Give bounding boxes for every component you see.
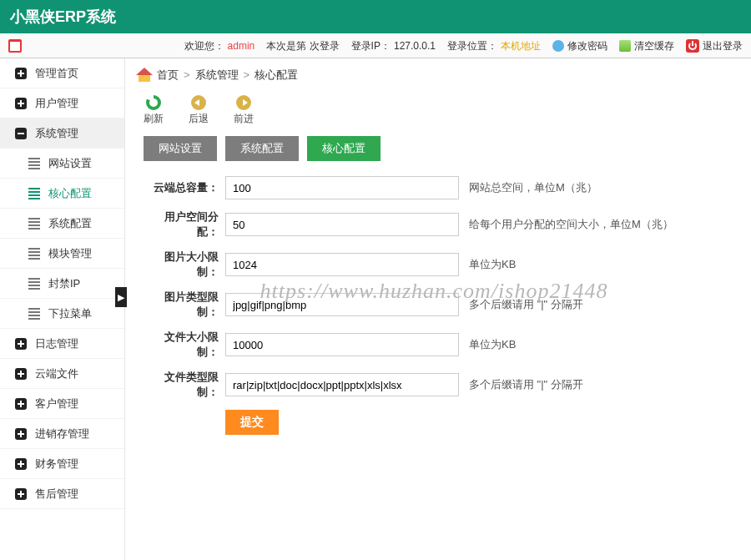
sidebar-item-4[interactable]: 核心配置	[0, 179, 124, 209]
sidebar-item-8[interactable]: 下拉菜单	[0, 299, 124, 329]
sidebar-item-label: 系统配置	[48, 216, 92, 231]
forward-icon	[236, 95, 251, 110]
form-row-0: 云端总容量：网站总空间，单位M（兆）	[144, 176, 733, 199]
sidebar-item-11[interactable]: 客户管理	[0, 389, 124, 419]
form-label: 图片大小限制：	[144, 250, 225, 280]
sidebar-item-label: 网站设置	[48, 156, 92, 171]
plus-icon	[15, 488, 27, 500]
list-icon	[28, 278, 40, 290]
list-icon	[28, 188, 40, 199]
back-icon	[191, 95, 206, 110]
sidebar-item-14[interactable]: 售后管理	[0, 479, 124, 509]
form-input-5[interactable]	[225, 373, 459, 396]
plus-icon	[15, 68, 27, 79]
sidebar-item-label: 下拉菜单	[48, 306, 92, 321]
tab-1[interactable]: 系统配置	[225, 136, 299, 161]
tab-2[interactable]: 核心配置	[307, 136, 381, 161]
welcome-text: 欢迎您：admin	[184, 33, 255, 58]
plus-icon	[15, 98, 27, 109]
form-hint: 单位为KB	[469, 337, 516, 352]
form-input-4[interactable]	[225, 333, 459, 356]
plus-icon	[15, 398, 27, 410]
sidebar-item-label: 系统管理	[35, 126, 78, 141]
breadcrumb: 首页 > 系统管理 > 核心配置	[125, 58, 751, 92]
calendar-icon	[8, 39, 22, 53]
submit-button[interactable]: 提交	[225, 410, 279, 435]
form-row-3: 图片类型限制：多个后缀请用 "|" 分隔开	[144, 290, 733, 320]
sidebar-item-9[interactable]: 日志管理	[0, 329, 124, 359]
recycle-icon	[619, 40, 631, 52]
sidebar-item-5[interactable]: 系统配置	[0, 209, 124, 239]
status-bar: 欢迎您：admin 本次是第 次登录 登录IP：127.0.0.1 登录位置：本…	[0, 33, 751, 58]
form-hint: 网站总空间，单位M（兆）	[469, 180, 597, 195]
tab-bar: 网站设置系统配置核心配置	[125, 136, 751, 176]
form-row-5: 文件类型限制：多个后缀请用 "|" 分隔开	[144, 370, 733, 400]
sidebar-item-label: 核心配置	[48, 186, 92, 201]
breadcrumb-l2: 核心配置	[255, 58, 298, 92]
sidebar-item-label: 日志管理	[35, 336, 78, 351]
home-icon[interactable]	[137, 68, 152, 82]
form-label: 图片类型限制：	[144, 290, 225, 320]
list-icon	[28, 248, 40, 260]
tab-0[interactable]: 网站设置	[144, 136, 217, 161]
change-password-link[interactable]: 修改密码	[552, 33, 607, 58]
sidebar-item-label: 进销存管理	[35, 426, 89, 441]
breadcrumb-home[interactable]: 首页	[157, 58, 179, 92]
sidebar-item-label: 管理首页	[35, 66, 78, 81]
app-title-bar: 小黑侠ERP系统	[0, 0, 751, 33]
form-input-0[interactable]	[225, 176, 459, 199]
form-input-1[interactable]	[225, 213, 459, 236]
settings-form: 云端总容量：网站总空间，单位M（兆）用户空间分配：给每个用户分配的空间大小，单位…	[125, 176, 751, 435]
form-hint: 单位为KB	[469, 257, 516, 272]
form-row-2: 图片大小限制：单位为KB	[144, 250, 733, 280]
form-label: 用户空间分配：	[144, 209, 225, 240]
sidebar-item-10[interactable]: 云端文件	[0, 359, 124, 389]
sidebar-item-label: 财务管理	[35, 457, 78, 472]
form-label: 文件大小限制：	[144, 330, 225, 360]
sidebar-item-label: 用户管理	[35, 96, 78, 111]
plus-icon	[15, 428, 27, 440]
login-ip: 登录IP：127.0.0.1	[351, 33, 436, 58]
forward-button[interactable]: 前进	[234, 95, 254, 126]
sidebar-item-6[interactable]: 模块管理	[0, 239, 124, 269]
list-icon	[28, 308, 40, 320]
sidebar-item-label: 售后管理	[35, 487, 78, 502]
list-icon	[28, 158, 40, 169]
sidebar-item-12[interactable]: 进销存管理	[0, 419, 124, 449]
sidebar-item-13[interactable]: 财务管理	[0, 449, 124, 479]
refresh-button[interactable]: 刷新	[144, 95, 164, 126]
logout-link[interactable]: 退出登录	[686, 33, 743, 58]
form-hint: 多个后缀请用 "|" 分隔开	[469, 377, 583, 392]
back-button[interactable]: 后退	[189, 95, 209, 126]
list-icon	[28, 218, 40, 230]
sidebar-item-2[interactable]: 系统管理	[0, 119, 124, 149]
form-hint: 给每个用户分配的空间大小，单位M（兆）	[469, 217, 673, 232]
form-input-3[interactable]	[225, 293, 459, 316]
power-icon	[686, 39, 699, 53]
plus-icon	[15, 458, 27, 470]
key-icon	[552, 40, 564, 52]
minus-icon	[15, 128, 27, 139]
toolbar: 刷新 后退 前进	[125, 92, 751, 136]
main-content: 首页 > 系统管理 > 核心配置 刷新 后退 前进 网站设置系统配置核心配置 云…	[125, 58, 751, 560]
sidebar-item-0[interactable]: 管理首页	[0, 58, 124, 88]
sidebar-collapse-handle[interactable]: ▶	[115, 287, 127, 307]
sidebar-item-label: 模块管理	[48, 246, 92, 261]
plus-icon	[15, 368, 27, 380]
refresh-icon	[146, 95, 161, 110]
sidebar-item-3[interactable]: 网站设置	[0, 149, 124, 179]
form-row-1: 用户空间分配：给每个用户分配的空间大小，单位M（兆）	[144, 209, 733, 240]
sidebar-item-7[interactable]: 封禁IP	[0, 269, 124, 299]
sidebar: 管理首页用户管理系统管理网站设置核心配置系统配置模块管理封禁IP下拉菜单日志管理…	[0, 58, 125, 560]
form-label: 云端总容量：	[144, 180, 225, 195]
sidebar-item-1[interactable]: 用户管理	[0, 88, 124, 119]
sidebar-item-label: 封禁IP	[48, 276, 80, 291]
form-input-2[interactable]	[225, 253, 459, 276]
sidebar-item-label: 客户管理	[35, 396, 78, 411]
plus-icon	[15, 338, 27, 350]
form-row-4: 文件大小限制：单位为KB	[144, 330, 733, 360]
breadcrumb-l1[interactable]: 系统管理	[195, 58, 239, 92]
sidebar-item-label: 云端文件	[35, 366, 78, 381]
clear-cache-link[interactable]: 清空缓存	[619, 33, 674, 58]
form-hint: 多个后缀请用 "|" 分隔开	[469, 297, 583, 312]
